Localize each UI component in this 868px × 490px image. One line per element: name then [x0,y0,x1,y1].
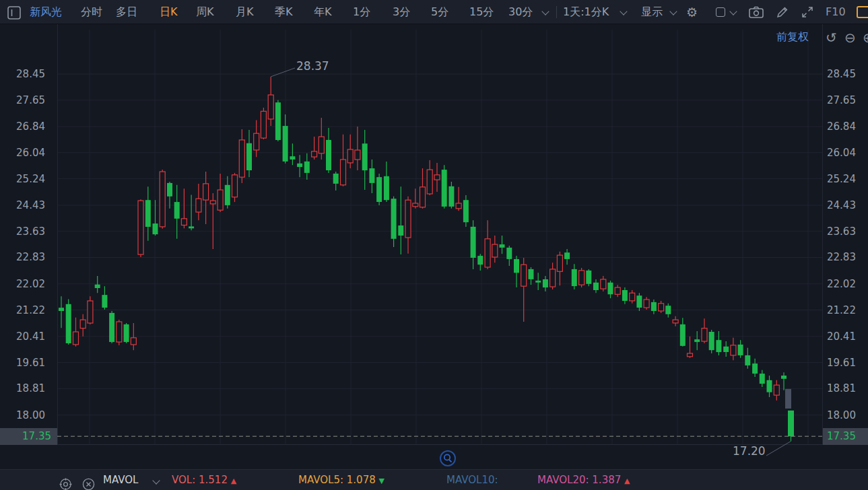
settings-icon[interactable]: ⚙ [686,0,698,24]
price-axis-label: 26.84 [0,120,51,133]
tab-15min[interactable]: 15分 [469,0,494,24]
favorite-orange-icon[interactable] [857,6,868,18]
price-axis-label: 26.04 [827,147,856,159]
tab-1min[interactable]: 1分 [353,0,370,24]
price-axis-label: 25.24 [0,173,51,185]
price-axis-label: 19.61 [827,357,856,369]
price-axis-label: 27.65 [0,94,51,106]
price-axis-label: 20.41 [0,330,51,343]
price-axis-label: 18.00 [0,409,51,421]
price-axis-label: 28.45 [0,68,51,80]
close-circle-icon[interactable] [82,474,95,490]
zoom-in-icon[interactable]: ⊕ [863,30,868,46]
top-toolbar: 新风光 分时多日日K周K月K季K年K1分3分5分15分30分 1天:1分K 显示… [0,0,868,24]
chevron-down-icon[interactable] [729,7,737,15]
vol-indicator: VOL: 1.512 ▲ [172,470,236,490]
fullscreen-icon[interactable] [801,6,813,18]
mavol10-indicator: MAVOL10: [446,470,498,490]
indicator-name: MAVOL [103,470,138,490]
undo-icon[interactable]: ↺ [826,30,837,46]
low-price-annotation: 17.20 [733,444,766,458]
price-adjust-mode-link[interactable]: 前复权 [776,30,809,44]
price-axis-label: 22.83 [0,251,51,263]
price-axis-label: 19.61 [0,357,51,369]
tab-yuek[interactable]: 月K [236,0,254,24]
kline-period-selector[interactable]: 1天:1分K [563,0,609,24]
price-axis-label: 20.41 [827,330,856,343]
indicator-bar: MAVOL VOL: 1.512 ▲ MAVOL5: 1.078 ▼ MAVOL… [0,469,868,490]
chevron-down-icon[interactable] [541,7,549,15]
price-axis-label: 26.04 [0,147,51,159]
price-axis-label: 23.63 [0,225,51,238]
tab-fenshi[interactable]: 分时 [81,0,102,24]
dropdown-chevron-icon[interactable] [152,477,160,484]
price-axis-label: 18.81 [827,382,856,394]
tab-niank[interactable]: 年K [314,0,332,24]
candlestick-chart-canvas[interactable] [0,0,868,490]
camera-icon[interactable] [749,6,764,18]
chevron-down-icon[interactable] [669,7,677,15]
pencil-icon[interactable] [776,6,789,18]
price-axis-label: 21.22 [827,304,856,316]
up-triangle-icon: ▲ [624,477,630,485]
tab-jik[interactable]: 季K [275,0,293,24]
tab-5min[interactable]: 5分 [431,0,448,24]
price-axis-label: 24.43 [827,199,856,211]
price-axis-label: 24.43 [0,199,51,211]
panel-toggle-icon[interactable] [7,5,22,20]
down-triangle-icon: ▼ [379,477,385,485]
mavol20-indicator: MAVOL20: 1.387 ▲ [537,470,630,490]
toolbar-divider [556,6,557,18]
price-axis-label: 28.45 [827,68,856,80]
f10-button[interactable]: F10 [826,0,846,24]
high-price-annotation: 28.37 [296,59,329,73]
current-price-tag-left: 17.35 [0,428,57,445]
stock-trading-app: { "toolbar": { "stock_name": "新风光", "tab… [0,0,868,490]
price-axis-label: 27.65 [827,94,856,106]
price-axis-label: 18.81 [0,382,51,394]
price-axis-label: 22.83 [827,251,856,263]
tab-3min[interactable]: 3分 [393,0,410,24]
chevron-down-icon[interactable] [620,7,627,15]
magnifier-logo-icon [439,450,457,467]
tab-30min[interactable]: 30分 [508,0,533,24]
zoom-out-icon[interactable]: ⊖ [844,30,856,46]
price-axis-label: 25.24 [827,173,856,185]
settings-icon[interactable] [59,474,72,490]
tab-rik[interactable]: 日K [160,0,178,24]
frame-icon[interactable] [716,7,725,17]
price-axis-label: 21.22 [0,304,51,316]
price-axis-label: 18.00 [827,409,856,421]
mavol5-indicator: MAVOL5: 1.078 ▼ [298,470,385,490]
up-triangle-icon: ▲ [231,477,236,485]
display-menu[interactable]: 显示 [641,0,663,24]
stock-name[interactable]: 新风光 [30,0,62,24]
price-axis-label: 22.02 [827,278,856,290]
price-axis-label: 26.84 [827,120,856,133]
price-axis-label: 22.02 [0,278,51,290]
current-price-tag-right: 17.35 [823,428,868,445]
tab-duori[interactable]: 多日 [116,0,137,24]
tab-zhouk[interactable]: 周K [196,0,214,24]
price-axis-label: 23.63 [827,225,856,238]
